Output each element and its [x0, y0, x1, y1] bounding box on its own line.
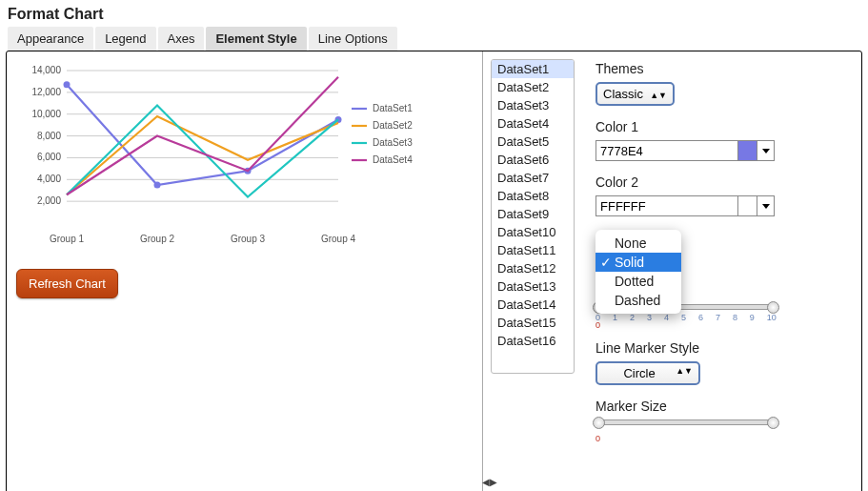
main-panel: 2,0004,0006,0008,00010,00012,00014,000Gr… [6, 51, 862, 491]
dataset-pane: ◀▶ DataSet1DataSet2DataSet3DataSet4DataS… [483, 51, 578, 491]
legend-entry: DataSet1 [373, 103, 413, 113]
color2-dropdown[interactable] [757, 195, 775, 216]
list-item[interactable]: DataSet7 [492, 169, 574, 187]
chevron-down-icon [762, 149, 770, 153]
slider-knob[interactable] [593, 417, 605, 429]
list-item[interactable]: DataSet14 [492, 296, 574, 314]
color2-label: Color 2 [595, 174, 842, 190]
list-item[interactable]: DataSet15 [492, 314, 574, 332]
svg-text:Group 3: Group 3 [231, 234, 266, 244]
svg-text:12,000: 12,000 [31, 87, 61, 97]
slider-zero-label: 0 [595, 434, 777, 443]
splitter-handle[interactable]: ◀▶ [482, 477, 492, 490]
svg-text:4,000: 4,000 [37, 174, 61, 184]
marker-size-slider[interactable] [595, 419, 777, 425]
chart-pane: 2,0004,0006,0008,00010,00012,00014,000Gr… [7, 51, 483, 491]
color1-swatch [738, 140, 757, 161]
color2-swatch [738, 195, 757, 216]
list-item[interactable]: DataSet4 [492, 114, 574, 133]
chart-preview: 2,0004,0006,0008,00010,00012,00014,000Gr… [14, 61, 434, 252]
style-controls-pane: Themes Classic ▲▼ Color 1 Color 2 [578, 51, 861, 491]
svg-text:8,000: 8,000 [37, 131, 61, 141]
line-style-option[interactable]: Dashed [595, 291, 681, 310]
svg-text:Group 4: Group 4 [321, 234, 356, 244]
legend-entry: DataSet2 [373, 120, 413, 131]
list-item[interactable]: DataSet13 [492, 277, 574, 296]
tab-appearance[interactable]: Appearance [8, 27, 93, 51]
themes-value: Classic [603, 87, 643, 101]
line-style-option[interactable]: Solid [595, 253, 681, 272]
tab-axes[interactable]: Axes [158, 27, 205, 51]
line-style-option[interactable]: Dotted [595, 272, 681, 291]
svg-point-19 [154, 182, 161, 189]
chevron-down-icon [762, 204, 770, 209]
svg-text:6,000: 6,000 [37, 152, 61, 162]
legend-entry: DataSet3 [373, 137, 413, 148]
slider-end-knob[interactable] [767, 301, 779, 314]
color1-label: Color 1 [595, 119, 842, 134]
marker-style-value: Circle [623, 366, 655, 380]
list-item[interactable]: DataSet11 [492, 241, 574, 259]
list-item[interactable]: DataSet8 [492, 187, 574, 205]
list-item[interactable]: DataSet10 [492, 223, 574, 241]
marker-size-label: Marker Size [595, 399, 842, 414]
marker-style-label: Line Marker Style [595, 340, 842, 356]
tab-element-style[interactable]: Element Style [206, 27, 306, 51]
themes-select[interactable]: Classic ▲▼ [595, 82, 675, 106]
list-item[interactable]: DataSet2 [492, 78, 574, 96]
list-item[interactable]: DataSet1 [492, 60, 574, 78]
marker-style-select[interactable]: Circle ▲▼ [595, 361, 700, 385]
chevron-up-down-icon: ▲▼ [676, 366, 693, 376]
svg-text:Group 1: Group 1 [50, 234, 85, 244]
tab-legend[interactable]: Legend [95, 27, 155, 51]
list-item[interactable]: DataSet16 [492, 332, 574, 350]
svg-text:2,000: 2,000 [37, 195, 61, 206]
dataset-list[interactable]: DataSet1DataSet2DataSet3DataSet4DataSet5… [491, 59, 575, 374]
tab-line-options[interactable]: Line Options [309, 27, 397, 51]
line-style-dropdown[interactable]: NoneSolidDottedDashed [595, 230, 681, 314]
svg-text:10,000: 10,000 [31, 109, 61, 119]
line-style-option[interactable]: None [595, 234, 681, 253]
svg-text:Group 2: Group 2 [140, 234, 175, 244]
slider-end-knob[interactable] [767, 417, 779, 429]
color1-input[interactable] [595, 140, 738, 161]
list-item[interactable]: DataSet6 [492, 151, 574, 169]
svg-point-18 [64, 81, 71, 88]
svg-text:14,000: 14,000 [31, 65, 61, 75]
legend-entry: DataSet4 [373, 154, 413, 165]
themes-label: Themes [595, 61, 842, 76]
refresh-chart-button[interactable]: Refresh Chart [16, 269, 118, 298]
list-item[interactable]: DataSet12 [492, 259, 574, 277]
list-item[interactable]: DataSet9 [492, 205, 574, 223]
page-title: Format Chart [8, 6, 860, 23]
list-item[interactable]: DataSet5 [492, 133, 574, 151]
chevron-up-down-icon: ▲▼ [650, 91, 667, 100]
list-item[interactable]: DataSet3 [492, 96, 574, 114]
color2-input[interactable] [595, 195, 738, 216]
color1-dropdown[interactable] [757, 140, 775, 161]
tabs-bar: AppearanceLegendAxesElement StyleLine Op… [8, 27, 860, 51]
